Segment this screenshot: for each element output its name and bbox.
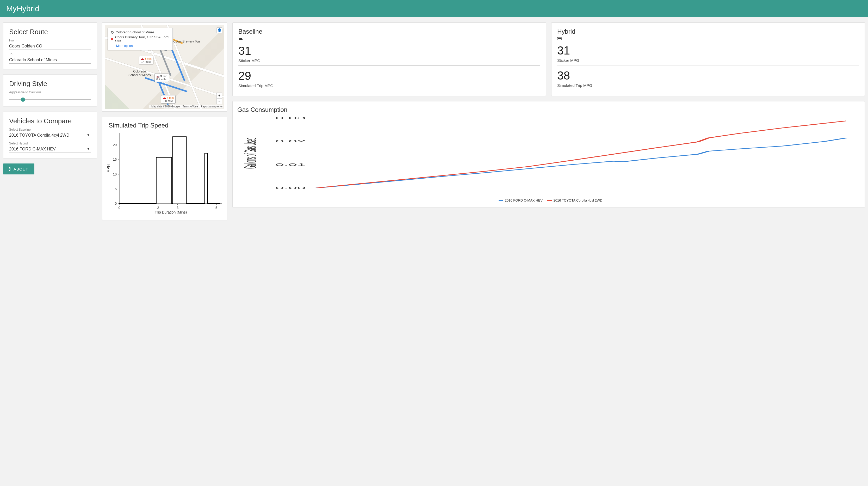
chevron-down-icon: ▼ [86, 147, 91, 151]
driving-style-hint: Aggressive to Cautious [9, 90, 91, 94]
map-poi-dest: Coors Brewery Tour [173, 40, 201, 43]
hybrid-select-value[interactable] [9, 145, 86, 152]
info-icon: i [9, 167, 10, 171]
from-input[interactable] [9, 42, 91, 50]
car-icon: 🚗 [156, 75, 159, 78]
app-title: MyHybrid [6, 4, 39, 13]
svg-text:5: 5 [115, 187, 117, 191]
chevron-down-icon: ▼ [86, 133, 91, 137]
map-signin-icon[interactable]: 👤 [216, 27, 222, 33]
map-terms-link[interactable]: Terms of Use [183, 105, 198, 108]
svg-text:0.00: 0.00 [275, 186, 306, 190]
right-column: Baseline 31 Sticker MPG 29 Simulated Tri… [232, 22, 865, 207]
vehicles-heading: Vehicles to Compare [9, 117, 91, 125]
hybrid-metric-card: Hybrid 31 Sticker MPG 38 Simulated Trip … [551, 22, 865, 96]
svg-text:0.01: 0.01 [275, 163, 306, 166]
hybrid-select-label: Select Hybrid [9, 142, 91, 145]
middle-column: Colorado School of Mines Coors Brewery T… [102, 22, 227, 220]
baseline-sim-label: Simulated Trip MPG [238, 83, 540, 90]
svg-text:3: 3 [177, 206, 179, 210]
svg-text:0: 0 [118, 206, 120, 210]
map-zoom-in[interactable]: + [216, 92, 222, 98]
svg-text:20: 20 [113, 143, 117, 147]
svg-text:Trip Duration (Mins): Trip Duration (Mins) [155, 210, 187, 214]
svg-text:Gallons of Gas Used: Gallons of Gas Used [241, 137, 260, 169]
svg-text:0.03: 0.03 [275, 116, 306, 120]
car-icon: 🚗 [163, 96, 166, 99]
baseline-select[interactable]: ▼ [9, 132, 91, 139]
svg-text:0: 0 [115, 202, 117, 205]
legend-swatch-a [499, 200, 503, 201]
svg-text:2: 2 [157, 206, 159, 210]
map-origin: Colorado School of Mines [116, 30, 154, 34]
speed-chart: 051015200235MPHTrip Duration (Mins) [105, 131, 225, 214]
route-option-1[interactable]: 🚗3 min0.4 mile [139, 56, 153, 64]
route-option-3[interactable]: 🚗3 min0.8 mile [161, 95, 176, 104]
vehicles-card: Vehicles to Compare Select Baseline ▼ Se… [3, 112, 97, 158]
svg-text:10: 10 [113, 172, 117, 176]
speed-chart-card: Simulated Trip Speed 051015200235MPHTrip… [102, 117, 227, 220]
baseline-sticker-label: Sticker MPG [238, 58, 540, 66]
map-more-options[interactable]: More options [116, 44, 169, 48]
about-label: ABOUT [13, 167, 28, 171]
hybrid-sticker-value: 31 [557, 44, 859, 57]
hybrid-sim-value: 38 [557, 69, 859, 82]
hybrid-select[interactable]: ▼ [9, 145, 91, 153]
svg-text:0.02: 0.02 [275, 140, 306, 143]
map-card: Colorado School of Mines Coors Brewery T… [102, 22, 227, 112]
map-directions-box: Colorado School of Mines Coors Brewery T… [107, 28, 173, 50]
baseline-select-value[interactable] [9, 132, 86, 139]
left-column: Select Route From To Driving Style Aggre… [3, 22, 97, 174]
battery-icon [557, 37, 859, 41]
svg-rect-23 [558, 38, 561, 39]
gas-chart-title: Gas Consumption [237, 106, 862, 113]
baseline-title: Baseline [238, 28, 540, 35]
car-icon [238, 37, 540, 41]
hybrid-sim-label: Simulated Trip MPG [557, 83, 859, 90]
map[interactable]: Colorado School of Mines Coors Brewery T… [105, 25, 224, 109]
gas-chart: 0.000.010.020.03Gallons of Gas Used [235, 115, 862, 196]
svg-text:15: 15 [113, 158, 117, 162]
baseline-select-label: Select Baseline [9, 128, 91, 132]
driving-style-card: Driving Style Aggressive to Cautious [3, 74, 97, 106]
route-heading: Select Route [9, 28, 91, 36]
origin-pin-icon [111, 31, 114, 34]
map-zoom-out[interactable]: − [216, 98, 222, 104]
map-poi-origin: ColoradoSchool of Mines [128, 69, 151, 77]
hybrid-title: Hybrid [557, 28, 859, 35]
legend-swatch-b [547, 200, 552, 201]
gas-chart-card: Gas Consumption 0.000.010.020.03Gallons … [232, 101, 865, 207]
driving-style-slider[interactable] [9, 99, 91, 100]
svg-text:MPH: MPH [106, 164, 111, 172]
app-header: MyHybrid [0, 0, 868, 17]
route-option-2[interactable]: 🚗3 min0.7 mile [154, 74, 169, 82]
svg-text:5: 5 [215, 206, 217, 210]
route-card: Select Route From To [3, 22, 97, 69]
map-destination: Coors Brewery Tour, 13th St & Ford Stre.… [115, 35, 169, 43]
to-label: To [9, 52, 91, 56]
baseline-sticker-value: 31 [238, 44, 540, 57]
gas-chart-legend: 2016 FORD C-MAX HEV 2016 TOYOTA Corolla … [235, 198, 862, 202]
about-button[interactable]: i ABOUT [3, 164, 34, 174]
driving-style-heading: Driving Style [9, 80, 91, 88]
to-input[interactable] [9, 56, 91, 64]
map-report-link[interactable]: Report a map error [201, 105, 223, 108]
svg-rect-24 [562, 38, 562, 39]
baseline-sim-value: 29 [238, 69, 540, 82]
map-attribution: Map data ©2018 Google Terms of Use Repor… [149, 105, 223, 108]
destination-pin-icon [111, 37, 113, 40]
speed-chart-title: Simulated Trip Speed [108, 122, 224, 129]
baseline-metric-card: Baseline 31 Sticker MPG 29 Simulated Tri… [232, 22, 546, 96]
from-label: From [9, 38, 91, 42]
car-icon: 🚗 [141, 57, 144, 60]
hybrid-sticker-label: Sticker MPG [557, 58, 859, 65]
